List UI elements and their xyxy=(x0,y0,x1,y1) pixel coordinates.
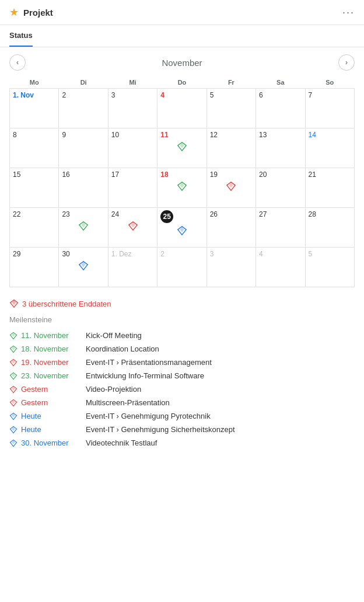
list-item: Gestern Multiscreen-Präsentation xyxy=(9,396,355,409)
day-9[interactable]: 9 xyxy=(59,128,108,168)
day-dez-4[interactable]: 4 xyxy=(256,248,305,287)
day-13[interactable]: 13 xyxy=(256,128,305,168)
day-7[interactable]: 7 xyxy=(305,89,354,128)
day-20[interactable]: 20 xyxy=(256,168,305,208)
milestone-date: Gestern xyxy=(21,398,82,407)
day-4[interactable]: 4 xyxy=(158,89,206,128)
day-12[interactable]: 12 xyxy=(206,128,256,168)
milestone-date: 19. November xyxy=(21,358,82,367)
milestones-section: 3 überschrittene Enddaten Meilensteine 1… xyxy=(0,294,364,457)
tab-bar: Status xyxy=(0,25,364,47)
list-item: 19. November Event-IT › Präsentationsman… xyxy=(9,356,355,369)
weekday-header-row: Mo Di Mi Do Fr Sa So xyxy=(10,76,355,89)
milestone-date: Gestern xyxy=(21,385,82,394)
day-dez-5[interactable]: 5 xyxy=(305,248,354,287)
overdue-notice: 3 überschrittene Enddaten xyxy=(9,299,355,308)
day-28[interactable]: 28 xyxy=(305,208,354,248)
milestones-label: Meilensteine xyxy=(9,315,355,324)
day-30[interactable]: 30 xyxy=(59,248,108,287)
diamond-red-icon xyxy=(226,181,236,192)
day-15[interactable]: 15 xyxy=(10,168,59,208)
milestone-date: 30. November xyxy=(21,439,82,447)
day-icons xyxy=(210,181,253,192)
more-options-icon[interactable]: ··· xyxy=(342,6,355,19)
day-27[interactable]: 27 xyxy=(256,208,305,248)
diamond-blue-icon xyxy=(9,412,18,420)
day-8[interactable]: 8 xyxy=(10,128,59,168)
day-2[interactable]: 2 xyxy=(59,89,108,128)
calendar-nav: ‹ November › xyxy=(9,54,355,71)
table-row: 29 30 1. Dez 2 3 4 5 xyxy=(10,248,355,287)
day-19[interactable]: 19 xyxy=(206,168,256,208)
day-23[interactable]: 23 xyxy=(59,208,108,248)
prev-month-button[interactable]: ‹ xyxy=(9,54,26,71)
day-24[interactable]: 24 xyxy=(108,208,157,248)
table-row: 22 23 24 25 xyxy=(10,208,355,248)
milestone-name: Kick-Off Meeting xyxy=(86,331,142,340)
list-item: Gestern Video-Projektion xyxy=(9,382,355,396)
day-29[interactable]: 29 xyxy=(10,248,59,287)
day-25[interactable]: 25 xyxy=(158,208,206,248)
day-dez-3[interactable]: 3 xyxy=(206,248,256,287)
diamond-green-icon xyxy=(78,221,89,231)
list-item: 23. November Entwicklung Info-Terminal S… xyxy=(9,369,355,382)
day-1[interactable]: 1. Nov xyxy=(10,89,59,128)
list-item: Heute Event-IT › Genehmigung Pyrotechnik xyxy=(9,409,355,423)
day-26[interactable]: 26 xyxy=(206,208,256,248)
day-5[interactable]: 5 xyxy=(206,89,256,128)
list-item: 30. November Videotechnik Testlauf xyxy=(9,436,355,450)
weekday-so: So xyxy=(305,76,354,89)
diamond-green-icon xyxy=(177,141,187,152)
day-18[interactable]: 18 xyxy=(158,168,206,208)
day-dez-2[interactable]: 2 xyxy=(158,248,206,287)
diamond-red-icon xyxy=(9,359,18,367)
weekday-mo: Mo xyxy=(10,76,59,89)
milestone-name: Entwicklung Info-Terminal Software xyxy=(86,371,204,380)
diamond-green-icon xyxy=(9,332,18,340)
diamond-green-icon xyxy=(9,372,18,380)
day-14[interactable]: 14 xyxy=(305,128,354,168)
day-21[interactable]: 21 xyxy=(305,168,354,208)
milestone-name: Video-Projektion xyxy=(86,385,141,394)
diamond-red-icon xyxy=(128,221,138,231)
milestone-name: Videotechnik Testlauf xyxy=(86,439,157,447)
day-16[interactable]: 16 xyxy=(59,168,108,208)
day-icons xyxy=(111,221,154,231)
day-3[interactable]: 3 xyxy=(108,89,157,128)
tab-status[interactable]: Status xyxy=(9,25,33,47)
diamond-blue-icon xyxy=(9,439,18,447)
day-10[interactable]: 10 xyxy=(108,128,157,168)
milestone-name: Event-IT › Genehmigung Sicherheitskonzep… xyxy=(86,425,235,434)
overdue-diamond-icon xyxy=(9,299,19,308)
day-dez-1[interactable]: 1. Dez xyxy=(108,248,157,287)
app-title: Projekt xyxy=(23,8,53,18)
day-icons xyxy=(62,221,104,231)
app-header: ★ Projekt ··· xyxy=(0,0,364,25)
diamond-blue-icon xyxy=(9,426,18,434)
day-22[interactable]: 22 xyxy=(10,208,59,248)
list-item: 11. November Kick-Off Meeting xyxy=(9,329,355,342)
day-icons xyxy=(62,260,104,271)
diamond-blue-icon xyxy=(177,225,187,236)
overdue-text: 3 überschrittene Enddaten xyxy=(22,300,111,308)
next-month-button[interactable]: › xyxy=(338,54,355,71)
weekday-mi: Mi xyxy=(108,76,157,89)
table-row: 1. Nov 2 3 4 5 6 7 xyxy=(10,89,355,128)
calendar-grid: Mo Di Mi Do Fr Sa So 1. Nov 2 3 4 5 6 7 xyxy=(9,76,355,287)
day-6[interactable]: 6 xyxy=(256,89,305,128)
list-item: 18. November Koordination Location xyxy=(9,342,355,356)
weekday-di: Di xyxy=(59,76,108,89)
diamond-green-icon xyxy=(177,181,187,192)
list-item: Heute Event-IT › Genehmigung Sicherheits… xyxy=(9,423,355,436)
diamond-green-icon xyxy=(9,345,18,353)
milestone-date: Heute xyxy=(21,412,82,420)
weekday-fr: Fr xyxy=(206,76,256,89)
day-17[interactable]: 17 xyxy=(108,168,157,208)
weekday-do: Do xyxy=(158,76,206,89)
milestone-name: Event-IT › Präsentationsmanagement xyxy=(86,358,212,367)
milestone-date: 18. November xyxy=(21,345,82,353)
diamond-red-icon xyxy=(9,385,18,394)
day-11[interactable]: 11 xyxy=(158,128,206,168)
weekday-sa: Sa xyxy=(256,76,305,89)
table-row: 15 16 17 18 19 20 21 xyxy=(10,168,355,208)
